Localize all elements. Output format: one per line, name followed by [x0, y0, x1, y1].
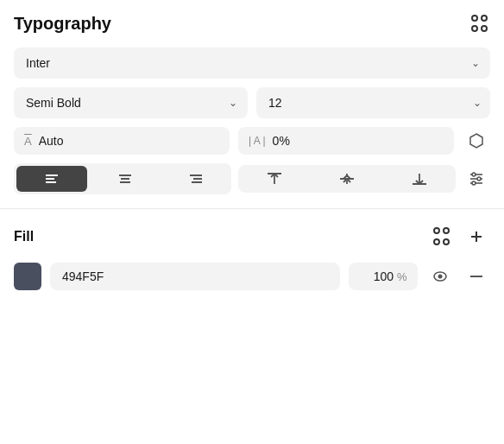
- fill-header: Fill: [14, 223, 490, 251]
- font-style-select-wrapper: Thin Light Regular Medium Semi Bold Bold…: [14, 87, 248, 118]
- fill-dot-2: [443, 227, 450, 234]
- font-size-input-wrap: [256, 87, 464, 118]
- align-left-button[interactable]: [16, 166, 87, 192]
- remove-fill-button[interactable]: [463, 263, 490, 290]
- visibility-toggle-button[interactable]: [426, 263, 454, 290]
- letter-spacing-icon: | A |: [249, 135, 266, 147]
- fill-title: Fill: [14, 229, 34, 244]
- opacity-input-wrap: 100 %: [349, 263, 418, 290]
- font-style-col: Thin Light Regular Medium Semi Bold Bold…: [14, 87, 248, 118]
- font-size-chevron[interactable]: ⌄: [464, 87, 490, 118]
- font-style-select[interactable]: Thin Light Regular Medium Semi Bold Bold…: [14, 87, 248, 118]
- letter-spacing-input[interactable]: [273, 134, 444, 148]
- fill-color-row: 494F5F 100 %: [14, 263, 490, 290]
- tune-icon[interactable]: [463, 165, 490, 193]
- svg-point-22: [472, 181, 476, 185]
- fill-dot-4: [443, 238, 450, 245]
- font-family-row: Inter Roboto Open Sans Lato ⌄: [14, 48, 490, 79]
- svg-point-20: [472, 173, 476, 176]
- opacity-input[interactable]: 100: [359, 270, 394, 283]
- svg-point-21: [477, 177, 481, 181]
- font-size-chevron-icon: ⌄: [473, 97, 482, 109]
- align-right-button[interactable]: [161, 163, 231, 194]
- color-hex-input[interactable]: 494F5F: [62, 270, 328, 283]
- grid-dot-2: [481, 15, 488, 22]
- valign-bottom-button[interactable]: [383, 165, 456, 193]
- line-height-input[interactable]: [39, 134, 219, 148]
- font-family-select[interactable]: Inter Roboto Open Sans Lato: [14, 48, 490, 79]
- fill-dot-1: [433, 227, 440, 234]
- line-height-row: A | A |: [14, 127, 490, 155]
- section-title: Typography: [14, 14, 111, 34]
- opacity-unit: %: [397, 270, 407, 283]
- fill-header-icons: [433, 223, 490, 251]
- settings-hex-icon[interactable]: [463, 127, 490, 155]
- letter-spacing-input-wrap: | A |: [238, 127, 454, 155]
- typography-section-header: Typography: [14, 14, 490, 34]
- font-family-select-wrapper: Inter Roboto Open Sans Lato ⌄: [14, 48, 490, 79]
- align-center-button[interactable]: [90, 163, 161, 194]
- svg-point-26: [438, 275, 443, 279]
- fill-grid-icon[interactable]: [433, 227, 452, 246]
- valign-top-button[interactable]: [238, 165, 311, 193]
- grid-dot-1: [471, 15, 478, 22]
- line-height-icon: A: [24, 135, 32, 148]
- line-height-input-wrap: A: [14, 127, 230, 155]
- section-divider: [0, 208, 504, 209]
- font-size-col: ⌄: [256, 87, 490, 118]
- color-hex-input-wrap: 494F5F: [50, 263, 340, 290]
- alignment-row: [14, 163, 490, 194]
- fill-dot-3: [433, 238, 440, 245]
- grid-options-icon[interactable]: [471, 15, 490, 34]
- grid-dot-4: [481, 25, 488, 32]
- valign-middle-button[interactable]: [311, 165, 383, 193]
- horizontal-align-group: [14, 163, 231, 194]
- add-fill-button[interactable]: [463, 223, 490, 251]
- svg-marker-0: [470, 134, 482, 148]
- grid-dot-3: [471, 25, 478, 32]
- vertical-align-group: [238, 165, 456, 193]
- font-size-input[interactable]: [256, 87, 464, 118]
- color-swatch[interactable]: [14, 263, 41, 290]
- fill-section: Fill 494F5F 100 %: [0, 223, 504, 290]
- font-style-size-row: Thin Light Regular Medium Semi Bold Bold…: [14, 87, 490, 118]
